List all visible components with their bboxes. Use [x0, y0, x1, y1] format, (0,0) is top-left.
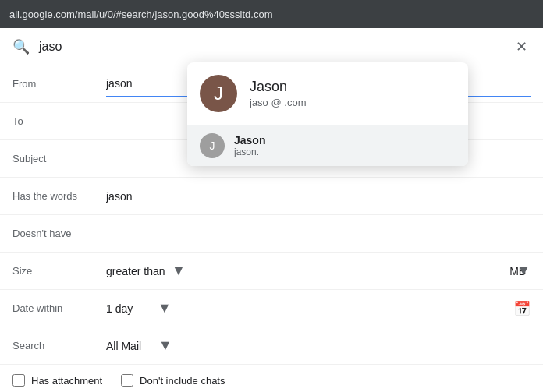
autocomplete-email: jaso @ .com: [250, 97, 306, 108]
has-attachment-checkbox-label[interactable]: Has attachment: [12, 374, 102, 387]
no-chats-checkbox-label[interactable]: Don't include chats: [121, 374, 225, 387]
autocomplete-suggestion-item[interactable]: J Jason jason.: [187, 125, 468, 166]
search-query: jaso: [39, 40, 513, 54]
browser-bar: ail.google.com/mail/u/0/#search/jason.go…: [0, 0, 543, 28]
search-in-row: Search All Mail Inbox Sent Mail Drafts S…: [0, 327, 543, 365]
date-within-select[interactable]: 1 day 3 days 1 week 2 weeks 1 month 2 mo…: [106, 302, 170, 315]
size-select[interactable]: greater than less than: [106, 265, 184, 277]
size-label: Size: [12, 265, 106, 277]
has-words-input[interactable]: [106, 184, 531, 209]
has-attachment-checkbox[interactable]: [12, 374, 25, 387]
checkboxes-row: Has attachment Don't include chats: [0, 365, 543, 392]
calendar-icon[interactable]: 📅: [513, 300, 531, 317]
autocomplete-header: J Jason jaso @ .com: [187, 62, 468, 125]
doesnt-have-label: Doesn't have: [12, 228, 106, 239]
size-row: Size greater than less than ▼ MB ▼: [0, 253, 543, 290]
has-words-label: Has the words: [12, 190, 106, 202]
autocomplete-contact-info: Jason jaso @ .com: [250, 79, 306, 108]
search-in-label: Search: [12, 340, 106, 351]
close-icon[interactable]: ✕: [513, 35, 531, 58]
avatar: J: [200, 75, 237, 112]
no-chats-checkbox[interactable]: [121, 374, 133, 387]
doesnt-have-row: Doesn't have: [0, 215, 543, 253]
no-chats-text: Don't include chats: [140, 375, 225, 387]
has-attachment-text: Has attachment: [31, 375, 102, 387]
to-label: To: [12, 115, 106, 127]
suggestion-email: jason.: [234, 147, 265, 157]
suggestion-name: Jason: [234, 134, 265, 147]
date-select-wrapper: 1 day 3 days 1 week 2 weeks 1 month 2 mo…: [106, 300, 507, 316]
date-within-row: Date within 1 day 3 days 1 week 2 weeks …: [0, 290, 543, 327]
has-words-row: Has the words: [0, 178, 543, 215]
size-select-wrapper: greater than less than ▼: [106, 263, 509, 279]
search-in-select[interactable]: All Mail Inbox Sent Mail Drafts Spam Tra…: [106, 340, 171, 352]
doesnt-have-input[interactable]: [106, 221, 531, 246]
browser-url: ail.google.com/mail/u/0/#search/jason.go…: [9, 9, 272, 20]
gmail-search-bar: 🔍 jaso ✕ J Jason jaso @ .com J Jason: [0, 28, 543, 65]
search-icon: 🔍: [12, 38, 30, 55]
suggestion-info: Jason jason.: [234, 134, 265, 157]
date-within-label: Date within: [12, 302, 106, 314]
size-unit-label: MB: [509, 265, 526, 277]
autocomplete-name: Jason: [250, 79, 306, 95]
from-label: From: [12, 78, 106, 90]
suggestion-avatar: J: [200, 133, 225, 158]
autocomplete-popup: J Jason jaso @ .com J Jason jason.: [187, 62, 468, 166]
subject-label: Subject: [12, 153, 106, 164]
size-unit-wrapper: MB ▼: [509, 263, 531, 279]
search-in-select-wrapper: All Mail Inbox Sent Mail Drafts Spam Tra…: [106, 337, 531, 354]
